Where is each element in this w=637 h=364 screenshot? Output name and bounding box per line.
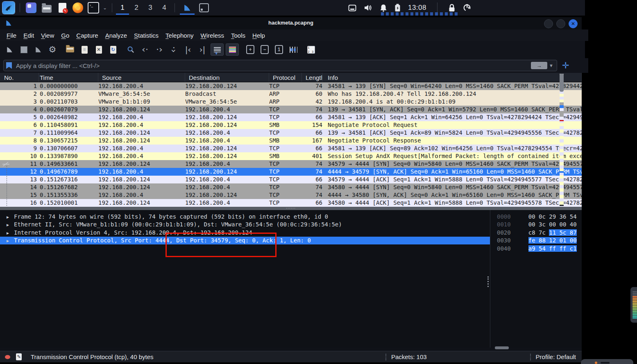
- column-header-destination[interactable]: Destination: [185, 73, 269, 82]
- filter-dropdown-caret-icon[interactable]: ▼: [549, 63, 553, 68]
- chevron-down-icon[interactable]: ⌄: [103, 5, 107, 11]
- text-editor-icon[interactable]: ✎: [56, 2, 68, 14]
- packet-row[interactable]: 90.130706607192.168.200.4192.168.200.124…: [0, 145, 582, 152]
- packet-row[interactable]: 100.133987890192.168.200.4192.168.200.12…: [0, 152, 582, 160]
- menu-capture[interactable]: Capture: [76, 32, 98, 39]
- column-header-length[interactable]: Length: [302, 73, 322, 82]
- go-forward-icon[interactable]: ·›: [153, 44, 165, 55]
- terminal-icon[interactable]: ›_: [87, 2, 100, 14]
- zoom-out-icon[interactable]: −: [258, 44, 271, 55]
- hex-row[interactable]: 0020c8 7c 11 5c 87: [490, 229, 582, 237]
- apply-filter-button[interactable]: →: [531, 62, 547, 69]
- packet-row[interactable]: 120.149676789192.168.200.4192.168.200.12…: [0, 168, 582, 176]
- menu-tools[interactable]: Tools: [231, 32, 245, 39]
- bookmark-icon[interactable]: [6, 62, 12, 69]
- pane-splitter[interactable]: ······: [0, 207, 582, 210]
- packet-row[interactable]: 80.130657215192.168.200.124192.168.200.4…: [0, 137, 582, 145]
- save-file-icon[interactable]: ≡: [78, 44, 91, 55]
- menu-telephony[interactable]: Telephony: [165, 32, 193, 39]
- stop-capture-icon[interactable]: [18, 44, 30, 55]
- display-filter-box[interactable]: → ▼: [3, 60, 557, 71]
- packet-row[interactable]: 70.111009964192.168.200.124192.168.200.4…: [0, 129, 582, 137]
- packet-row[interactable]: 130.151267316192.168.200.124192.168.200.…: [0, 176, 582, 183]
- zoom-in-icon[interactable]: +: [244, 44, 256, 55]
- minimize-button[interactable]: [544, 19, 553, 28]
- battery-icon[interactable]: [394, 4, 401, 12]
- add-filter-button[interactable]: ✛: [562, 61, 569, 70]
- menu-statistics[interactable]: Statistics: [134, 32, 159, 39]
- screenshot-tool-icon[interactable]: [198, 2, 210, 14]
- column-header-source[interactable]: Source: [98, 73, 185, 82]
- title-bar[interactable]: hackmeta.pcapng ✕: [0, 17, 582, 29]
- display-icon[interactable]: [348, 5, 356, 11]
- last-packet-icon[interactable]: ›|: [196, 44, 209, 55]
- profile-label[interactable]: Profile: Default: [536, 353, 576, 360]
- wireshark-task-icon[interactable]: [180, 1, 195, 15]
- first-packet-icon[interactable]: |‹: [182, 44, 194, 55]
- expand-arrow-icon[interactable]: ▸: [7, 213, 14, 221]
- packet-row[interactable]: 60.110458091192.168.200.4192.168.200.124…: [0, 121, 582, 129]
- start-capture-icon[interactable]: [3, 44, 16, 55]
- logout-icon[interactable]: [463, 4, 471, 12]
- files-app-icon[interactable]: [25, 2, 37, 14]
- menu-file[interactable]: File: [7, 32, 16, 39]
- detail-line[interactable]: ▸Ethernet II, Src: VMware_b1:b1:09 (00:0…: [0, 221, 490, 228]
- packet-row[interactable]: 40.002607079192.168.200.124192.168.200.4…: [0, 106, 582, 113]
- auto-scroll-icon[interactable]: ▾: [211, 43, 224, 56]
- expert-info-icon[interactable]: [5, 355, 10, 359]
- expand-arrow-icon[interactable]: ▸: [7, 229, 14, 237]
- restart-capture-icon[interactable]: [32, 44, 44, 55]
- menu-analyze[interactable]: Analyze: [105, 32, 127, 39]
- workspace-4[interactable]: 4: [158, 1, 170, 15]
- column-header-protocol[interactable]: Protocol: [269, 73, 302, 82]
- menu-edit[interactable]: Edit: [23, 32, 34, 39]
- packet-row[interactable]: 30.002110703VMware_b1:b1:09VMware_36:54:…: [0, 98, 582, 106]
- status-separator[interactable]: [530, 354, 531, 360]
- packet-row[interactable]: 140.151267682192.168.200.124192.168.200.…: [0, 183, 582, 191]
- packet-row[interactable]: 150.151355336192.168.200.4192.168.200.12…: [0, 191, 582, 199]
- hex-row[interactable]: 000000 0c 29 36 54: [490, 213, 582, 221]
- go-back-icon[interactable]: ‹·: [139, 44, 151, 55]
- close-file-icon[interactable]: ✕: [93, 44, 105, 55]
- pane-resize-handle[interactable]: [487, 276, 489, 287]
- hex-scrollbar-thumb[interactable]: [495, 346, 509, 349]
- display-filter-input[interactable]: [15, 62, 531, 70]
- go-to-packet-icon[interactable]: ·›: [168, 44, 180, 55]
- notifications-bell-icon[interactable]: [380, 4, 387, 12]
- kali-menu-icon[interactable]: [2, 2, 15, 14]
- packet-row[interactable]: 20.002089977VMware_36:54:5eBroadcastARP6…: [0, 90, 582, 98]
- close-button[interactable]: ✕: [569, 19, 578, 28]
- expand-arrow-icon[interactable]: ▸: [7, 237, 14, 245]
- open-file-icon[interactable]: [64, 44, 76, 55]
- capture-options-icon[interactable]: ⚙: [46, 44, 59, 55]
- maximize-button[interactable]: [556, 19, 565, 28]
- column-header-info[interactable]: Info: [322, 73, 582, 82]
- zoom-original-icon[interactable]: 1: [273, 44, 285, 55]
- hex-row[interactable]: 0040a9 54 ff ff c1: [490, 245, 582, 253]
- packet-row[interactable]: 110.149633661192.168.200.124192.168.200.…: [0, 160, 582, 168]
- menu-go[interactable]: Go: [61, 32, 69, 39]
- menu-view[interactable]: View: [41, 32, 54, 39]
- reload-file-icon[interactable]: ↻: [107, 44, 119, 55]
- packet-list-scrollbar[interactable]: [560, 74, 564, 206]
- hex-row[interactable]: 001000 3c 00 00 40: [490, 221, 582, 228]
- colorize-icon[interactable]: [226, 43, 239, 56]
- workspace-2[interactable]: 2: [130, 1, 143, 15]
- menu-wireless[interactable]: Wireless: [201, 32, 224, 39]
- packet-row[interactable]: 50.002648982192.168.200.4192.168.200.124…: [0, 113, 582, 121]
- detail-line[interactable]: ▸Frame 12: 74 bytes on wire (592 bits), …: [0, 213, 490, 221]
- scrollbar-thumb[interactable]: [560, 74, 564, 92]
- expand-arrow-icon[interactable]: ▸: [7, 221, 14, 229]
- column-layout-icon[interactable]: 12 3: [305, 44, 317, 55]
- column-header-no[interactable]: No.: [0, 73, 39, 82]
- menu-help[interactable]: Help: [252, 32, 265, 39]
- column-header-time[interactable]: Time: [39, 73, 98, 82]
- hex-row[interactable]: 0030fe 88 12 01 00: [490, 237, 582, 244]
- status-separator[interactable]: [385, 354, 386, 360]
- file-manager-icon[interactable]: [41, 2, 53, 14]
- clock[interactable]: 13:08: [408, 4, 426, 12]
- firefox-icon[interactable]: [72, 2, 84, 14]
- packet-row[interactable]: 10.000000000192.168.200.4192.168.200.124…: [0, 82, 582, 90]
- capture-comment-icon[interactable]: ✎: [16, 353, 22, 360]
- workspace-3[interactable]: 3: [144, 1, 156, 15]
